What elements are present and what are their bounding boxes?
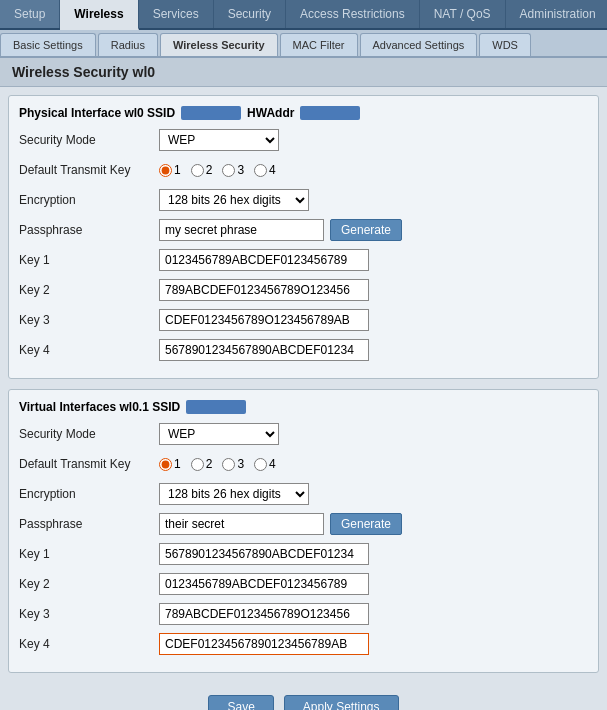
virtual-radio-1-input[interactable] <box>159 458 172 471</box>
physical-key1-input[interactable] <box>159 249 369 271</box>
physical-passphrase-control: Generate <box>159 219 402 241</box>
physical-key4-row: Key 4 <box>19 338 588 362</box>
virtual-security-mode-row: Security Mode WEP WPA Personal WPA2 Pers… <box>19 422 588 446</box>
physical-key4-label: Key 4 <box>19 343 159 357</box>
nav-tab-services[interactable]: Services <box>139 0 214 28</box>
physical-radio-2[interactable]: 2 <box>191 163 213 177</box>
physical-radio-3[interactable]: 3 <box>222 163 244 177</box>
physical-passphrase-input[interactable] <box>159 219 324 241</box>
virtual-key2-label: Key 2 <box>19 577 159 591</box>
virtual-radio-4-input[interactable] <box>254 458 267 471</box>
nav-tab-setup[interactable]: Setup <box>0 0 60 28</box>
virtual-key3-input[interactable] <box>159 603 369 625</box>
virtual-radio-2[interactable]: 2 <box>191 457 213 471</box>
virtual-security-mode-label: Security Mode <box>19 427 159 441</box>
physical-radio-1-input[interactable] <box>159 164 172 177</box>
physical-radio-1[interactable]: 1 <box>159 163 181 177</box>
virtual-key2-row: Key 2 <box>19 572 588 596</box>
physical-encryption-select[interactable]: 128 bits 26 hex digits 64 bits 10 hex di… <box>159 189 309 211</box>
physical-key1-row: Key 1 <box>19 248 588 272</box>
virtual-encryption-select[interactable]: 128 bits 26 hex digits 64 bits 10 hex di… <box>159 483 309 505</box>
physical-ssid-line: Physical Interface wl0 SSID HWAddr <box>19 106 588 120</box>
sub-tab-mac-filter[interactable]: MAC Filter <box>280 33 358 56</box>
virtual-transmit-key-row: Default Transmit Key 1 2 3 4 <box>19 452 588 476</box>
virtual-encryption-row: Encryption 128 bits 26 hex digits 64 bit… <box>19 482 588 506</box>
virtual-encryption-control: 128 bits 26 hex digits 64 bits 10 hex di… <box>159 483 309 505</box>
physical-key1-label: Key 1 <box>19 253 159 267</box>
bottom-bar: Save Apply Settings <box>8 683 599 710</box>
nav-tab-security[interactable]: Security <box>214 0 286 28</box>
physical-radio-2-input[interactable] <box>191 164 204 177</box>
physical-key3-input[interactable] <box>159 309 369 331</box>
virtual-interface-section: Virtual Interfaces wl0.1 SSID Security M… <box>8 389 599 673</box>
physical-passphrase-row: Passphrase Generate <box>19 218 588 242</box>
virtual-transmit-key-label: Default Transmit Key <box>19 457 159 471</box>
virtual-key2-input[interactable] <box>159 573 369 595</box>
physical-encryption-row: Encryption 128 bits 26 hex digits 64 bit… <box>19 188 588 212</box>
physical-key2-label: Key 2 <box>19 283 159 297</box>
virtual-transmit-key-radios: 1 2 3 4 <box>159 457 276 471</box>
virtual-interface-label: Virtual Interfaces wl0.1 SSID <box>19 400 180 414</box>
virtual-security-mode-select[interactable]: WEP WPA Personal WPA2 Personal WPA Enter… <box>159 423 279 445</box>
physical-key2-row: Key 2 <box>19 278 588 302</box>
physical-key3-label: Key 3 <box>19 313 159 327</box>
virtual-key3-row: Key 3 <box>19 602 588 626</box>
physical-encryption-label: Encryption <box>19 193 159 207</box>
virtual-key1-row: Key 1 <box>19 542 588 566</box>
virtual-generate-button[interactable]: Generate <box>330 513 402 535</box>
physical-radio-4-input[interactable] <box>254 164 267 177</box>
physical-generate-button[interactable]: Generate <box>330 219 402 241</box>
virtual-radio-4[interactable]: 4 <box>254 457 276 471</box>
save-button[interactable]: Save <box>208 695 273 710</box>
virtual-security-mode-control: WEP WPA Personal WPA2 Personal WPA Enter… <box>159 423 279 445</box>
physical-security-mode-row: Security Mode WEP WPA Personal WPA2 Pers… <box>19 128 588 152</box>
physical-hwaddr-badge <box>300 106 360 120</box>
physical-radio-4[interactable]: 4 <box>254 163 276 177</box>
nav-tab-nat-qos[interactable]: NAT / QoS <box>420 0 506 28</box>
physical-ssid-badge <box>181 106 241 120</box>
virtual-radio-1[interactable]: 1 <box>159 457 181 471</box>
physical-security-mode-select[interactable]: WEP WPA Personal WPA2 Personal WPA Enter… <box>159 129 279 151</box>
physical-interface-section: Physical Interface wl0 SSID HWAddr Secur… <box>8 95 599 379</box>
virtual-passphrase-control: Generate <box>159 513 402 535</box>
hwaddr-label: HWAddr <box>247 106 294 120</box>
virtual-passphrase-row: Passphrase Generate <box>19 512 588 536</box>
nav-tab-wireless[interactable]: Wireless <box>60 0 138 30</box>
physical-security-mode-control: WEP WPA Personal WPA2 Personal WPA Enter… <box>159 129 279 151</box>
virtual-key1-label: Key 1 <box>19 547 159 561</box>
virtual-ssid-line: Virtual Interfaces wl0.1 SSID <box>19 400 588 414</box>
physical-interface-label: Physical Interface wl0 SSID <box>19 106 175 120</box>
virtual-passphrase-input[interactable] <box>159 513 324 535</box>
physical-radio-3-input[interactable] <box>222 164 235 177</box>
virtual-key4-row: Key 4 <box>19 632 588 656</box>
nav-tab-access-restrictions[interactable]: Access Restrictions <box>286 0 420 28</box>
virtual-key4-input[interactable] <box>159 633 369 655</box>
physical-encryption-control: 128 bits 26 hex digits 64 bits 10 hex di… <box>159 189 309 211</box>
main-content: Physical Interface wl0 SSID HWAddr Secur… <box>0 87 607 710</box>
virtual-encryption-label: Encryption <box>19 487 159 501</box>
virtual-key3-label: Key 3 <box>19 607 159 621</box>
physical-key3-row: Key 3 <box>19 308 588 332</box>
sub-nav: Basic Settings Radius Wireless Security … <box>0 30 607 58</box>
physical-key2-input[interactable] <box>159 279 369 301</box>
sub-tab-radius[interactable]: Radius <box>98 33 158 56</box>
sub-tab-wireless-security[interactable]: Wireless Security <box>160 33 278 56</box>
virtual-passphrase-label: Passphrase <box>19 517 159 531</box>
top-nav: Setup Wireless Services Security Access … <box>0 0 607 30</box>
physical-transmit-key-row: Default Transmit Key 1 2 3 4 <box>19 158 588 182</box>
virtual-key4-label: Key 4 <box>19 637 159 651</box>
sub-tab-wds[interactable]: WDS <box>479 33 531 56</box>
sub-tab-basic-settings[interactable]: Basic Settings <box>0 33 96 56</box>
physical-transmit-key-radios: 1 2 3 4 <box>159 163 276 177</box>
sub-tab-advanced-settings[interactable]: Advanced Settings <box>360 33 478 56</box>
virtual-radio-3-input[interactable] <box>222 458 235 471</box>
physical-passphrase-label: Passphrase <box>19 223 159 237</box>
virtual-key1-input[interactable] <box>159 543 369 565</box>
page-title: Wireless Security wl0 <box>0 58 607 87</box>
virtual-radio-3[interactable]: 3 <box>222 457 244 471</box>
virtual-ssid-badge <box>186 400 246 414</box>
virtual-radio-2-input[interactable] <box>191 458 204 471</box>
nav-tab-administration[interactable]: Administration <box>506 0 607 28</box>
apply-settings-button[interactable]: Apply Settings <box>284 695 399 710</box>
physical-key4-input[interactable] <box>159 339 369 361</box>
